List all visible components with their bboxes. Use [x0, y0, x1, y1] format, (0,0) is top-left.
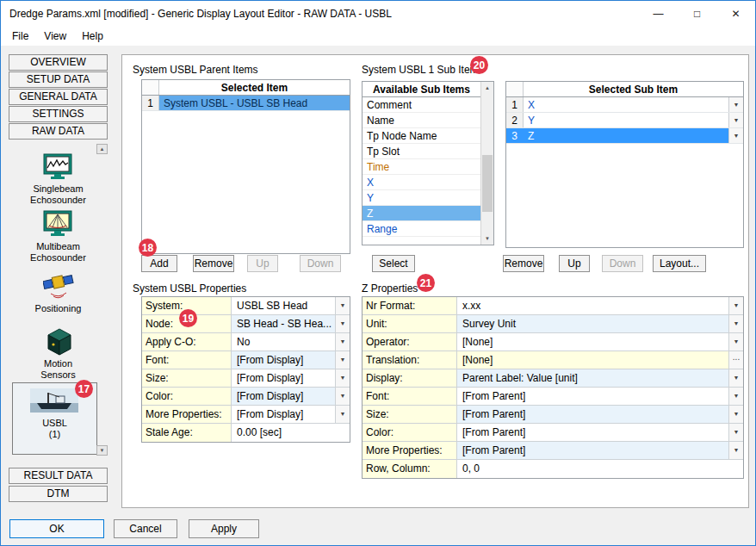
scrollbar[interactable] [480, 82, 493, 245]
property-value[interactable]: [From Display] [232, 406, 335, 423]
menu-view[interactable]: View [36, 28, 74, 44]
dropdown-arrow-icon[interactable] [728, 388, 743, 405]
title-bar: Dredge Params.xml [modified] - Generic D… [1, 1, 755, 27]
property-value[interactable]: 0, 0 [457, 460, 743, 478]
sidebar-scroll-up-icon[interactable] [96, 144, 108, 154]
property-row: More Properties: [From Display] [142, 406, 350, 424]
row-number: 1 [506, 97, 524, 112]
positioning-icon[interactable] [43, 267, 74, 304]
property-value[interactable]: 0.00 [sec] [232, 424, 350, 442]
list-item[interactable]: Comment [363, 97, 480, 113]
layout-button[interactable]: Layout... [653, 255, 706, 272]
property-value[interactable]: [From Parent] [457, 442, 728, 459]
close-button[interactable]: ✕ [716, 1, 755, 27]
dropdown-arrow-icon[interactable] [728, 113, 743, 127]
menu-help[interactable]: Help [74, 28, 111, 44]
dropdown-arrow-icon[interactable] [335, 369, 350, 387]
dropdown-arrow-icon[interactable] [728, 97, 743, 112]
dropdown-arrow-icon[interactable] [335, 297, 350, 314]
up-sub-item-button[interactable]: Up [559, 255, 590, 272]
remove-button[interactable]: Remove [193, 255, 234, 272]
sidebar-item-overview[interactable]: OVERVIEW [9, 54, 108, 71]
property-label: Stale Age: [142, 424, 232, 442]
property-value[interactable]: [From Parent] [457, 424, 728, 441]
motion-sensors-icon[interactable] [43, 325, 76, 360]
property-value[interactable]: x.xx [457, 297, 728, 314]
singlebeam-echosounder-icon[interactable] [43, 153, 72, 183]
motion-sensors-label[interactable]: Motion [9, 358, 108, 369]
dropdown-arrow-icon[interactable] [335, 315, 350, 332]
table-row[interactable]: 2 Y [506, 113, 743, 128]
positioning-label[interactable]: Positioning [9, 303, 108, 313]
list-item[interactable]: Tp Slot [363, 144, 480, 159]
scroll-up-icon[interactable] [481, 82, 493, 94]
dropdown-arrow-icon[interactable] [728, 297, 743, 314]
selected-sub-item-header: Selected Sub Item [524, 82, 743, 96]
property-value[interactable]: [From Display] [232, 351, 335, 369]
sidebar-item-raw-data[interactable]: RAW DATA [9, 123, 108, 140]
singlebeam-label-2[interactable]: Echosounder [9, 195, 108, 205]
property-value[interactable]: [From Display] [232, 388, 335, 405]
apply-button[interactable]: Apply [189, 519, 259, 538]
property-value[interactable]: [None] [457, 333, 728, 351]
list-item[interactable]: Y [363, 190, 480, 206]
property-value[interactable]: No [232, 333, 335, 351]
dropdown-arrow-icon[interactable] [335, 406, 350, 423]
table-row[interactable]: 1 System USBL - USBL SB Head [142, 96, 350, 111]
ellipsis-button[interactable]: ... [728, 351, 743, 369]
property-value[interactable]: SB Head - SB Hea... [232, 315, 335, 332]
ok-button[interactable]: OK [9, 519, 104, 538]
scroll-down-icon[interactable] [481, 233, 493, 245]
list-item[interactable]: Name [363, 113, 480, 128]
sidebar-item-general-data[interactable]: GENERAL DATA [9, 89, 108, 105]
list-item[interactable]: X [363, 175, 480, 190]
add-button[interactable]: Add [141, 255, 177, 272]
dropdown-arrow-icon[interactable] [335, 351, 350, 369]
table-row-selected[interactable]: 3 Z [506, 128, 743, 144]
dropdown-arrow-icon[interactable] [728, 315, 743, 332]
parent-table-header: Selected Item [142, 80, 350, 96]
multibeam-echosounder-icon[interactable] [43, 210, 72, 240]
list-item[interactable]: Range [363, 221, 480, 237]
property-value[interactable]: USBL SB Head [232, 297, 335, 314]
dropdown-arrow-icon[interactable] [728, 128, 743, 143]
sidebar-item-dtm[interactable]: DTM [9, 486, 108, 502]
list-item-selected[interactable]: Z [363, 206, 480, 221]
singlebeam-label[interactable]: Singlebeam [9, 183, 108, 194]
dropdown-arrow-icon[interactable] [335, 333, 350, 351]
dropdown-arrow-icon[interactable] [728, 442, 743, 459]
list-item[interactable]: Time [363, 159, 480, 175]
scrollbar-thumb[interactable] [482, 155, 493, 212]
sub-item-text: Y [524, 113, 728, 127]
maximize-button[interactable]: □ [678, 1, 716, 27]
remove-sub-item-button[interactable]: Remove [503, 255, 544, 272]
property-value[interactable]: [From Parent] [457, 388, 728, 405]
table-row[interactable]: 1 X [506, 97, 743, 113]
down-button[interactable]: Down [300, 255, 341, 272]
property-value[interactable]: Survey Unit [457, 315, 728, 332]
sidebar-item-result-data[interactable]: RESULT DATA [9, 468, 108, 484]
property-value[interactable]: [From Display] [232, 369, 335, 387]
sidebar-item-settings[interactable]: SETTINGS [9, 106, 108, 122]
minimize-button[interactable]: — [639, 1, 678, 27]
motion-sensors-label-2[interactable]: Sensors [9, 369, 108, 380]
dropdown-arrow-icon[interactable] [335, 388, 350, 405]
property-value[interactable]: Parent Label: Value [unit] [457, 369, 728, 387]
up-button[interactable]: Up [247, 255, 278, 272]
sidebar-scroll-down-icon[interactable] [96, 445, 108, 456]
dropdown-arrow-icon[interactable] [728, 369, 743, 387]
dropdown-arrow-icon[interactable] [728, 333, 743, 351]
menu-file[interactable]: File [4, 28, 36, 44]
property-value[interactable]: [From Parent] [457, 406, 728, 423]
multibeam-label[interactable]: Multibeam [9, 241, 108, 251]
multibeam-label-2[interactable]: Echosounder [9, 252, 108, 263]
list-item[interactable]: Tp Node Name [363, 128, 480, 144]
down-sub-item-button[interactable]: Down [602, 255, 643, 272]
dropdown-arrow-icon[interactable] [728, 424, 743, 441]
property-value[interactable]: [None] [457, 351, 728, 369]
dropdown-arrow-icon[interactable] [728, 406, 743, 423]
cancel-button[interactable]: Cancel [114, 519, 177, 538]
sidebar-item-setup-data[interactable]: SETUP DATA [9, 71, 108, 88]
select-button[interactable]: Select [372, 255, 415, 272]
property-label: Font: [363, 388, 457, 405]
